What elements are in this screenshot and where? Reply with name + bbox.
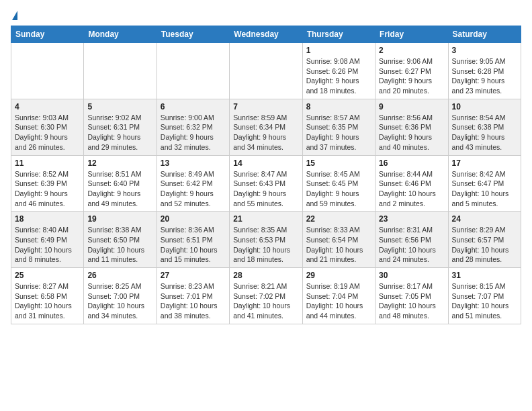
logo-triangle-icon	[12, 11, 17, 20]
calendar-day-cell: 19Sunrise: 8:38 AM Sunset: 6:50 PM Dayli…	[84, 212, 157, 268]
day-info: Sunrise: 8:15 AM Sunset: 7:07 PM Dayligh…	[452, 281, 517, 321]
day-of-week-header: Friday	[375, 26, 448, 43]
day-number: 21	[233, 214, 298, 224]
day-number: 14	[233, 158, 298, 168]
calendar-day-cell: 5Sunrise: 9:02 AM Sunset: 6:31 PM Daylig…	[84, 99, 157, 155]
day-info: Sunrise: 9:03 AM Sunset: 6:30 PM Dayligh…	[15, 113, 80, 152]
day-number: 8	[306, 102, 371, 111]
calendar-week-row: 18Sunrise: 8:40 AM Sunset: 6:49 PM Dayli…	[11, 212, 521, 268]
day-info: Sunrise: 8:19 AM Sunset: 7:04 PM Dayligh…	[306, 281, 371, 321]
day-number: 26	[87, 271, 152, 280]
calendar-header-row: SundayMondayTuesdayWednesdayThursdayFrid…	[11, 26, 521, 43]
day-info: Sunrise: 8:51 AM Sunset: 6:40 PM Dayligh…	[87, 169, 152, 209]
calendar-day-cell: 6Sunrise: 9:00 AM Sunset: 6:32 PM Daylig…	[157, 99, 229, 155]
day-number: 15	[306, 158, 371, 168]
calendar-week-row: 1Sunrise: 9:08 AM Sunset: 6:26 PM Daylig…	[11, 43, 521, 99]
day-number: 22	[306, 214, 371, 224]
calendar-day-cell: 10Sunrise: 8:54 AM Sunset: 6:38 PM Dayli…	[448, 99, 521, 155]
day-number: 17	[452, 158, 517, 168]
calendar-day-cell: 12Sunrise: 8:51 AM Sunset: 6:40 PM Dayli…	[84, 155, 157, 212]
day-number: 23	[379, 214, 444, 224]
calendar-day-cell: 13Sunrise: 8:49 AM Sunset: 6:42 PM Dayli…	[157, 155, 229, 212]
day-info: Sunrise: 8:44 AM Sunset: 6:46 PM Dayligh…	[379, 169, 444, 209]
day-info: Sunrise: 8:33 AM Sunset: 6:54 PM Dayligh…	[306, 225, 371, 265]
calendar-day-cell: 3Sunrise: 9:05 AM Sunset: 6:28 PM Daylig…	[448, 43, 521, 99]
header	[11, 11, 521, 20]
day-info: Sunrise: 8:49 AM Sunset: 6:42 PM Dayligh…	[161, 169, 226, 209]
day-info: Sunrise: 8:27 AM Sunset: 6:58 PM Dayligh…	[15, 281, 80, 321]
calendar-day-cell	[230, 43, 302, 99]
day-number: 3	[452, 46, 517, 55]
day-number: 27	[161, 271, 226, 280]
day-info: Sunrise: 8:31 AM Sunset: 6:56 PM Dayligh…	[379, 225, 444, 265]
day-info: Sunrise: 8:25 AM Sunset: 7:00 PM Dayligh…	[87, 281, 152, 321]
calendar-day-cell: 28Sunrise: 8:21 AM Sunset: 7:02 PM Dayli…	[230, 268, 302, 324]
calendar-day-cell: 26Sunrise: 8:25 AM Sunset: 7:00 PM Dayli…	[84, 268, 157, 324]
calendar-day-cell: 27Sunrise: 8:23 AM Sunset: 7:01 PM Dayli…	[157, 268, 229, 324]
calendar-week-row: 4Sunrise: 9:03 AM Sunset: 6:30 PM Daylig…	[11, 99, 521, 155]
day-info: Sunrise: 9:06 AM Sunset: 6:27 PM Dayligh…	[379, 56, 444, 96]
day-info: Sunrise: 8:40 AM Sunset: 6:49 PM Dayligh…	[15, 225, 80, 265]
calendar-day-cell: 9Sunrise: 8:56 AM Sunset: 6:36 PM Daylig…	[375, 99, 448, 155]
day-number: 11	[15, 158, 80, 168]
day-number: 19	[87, 214, 152, 224]
day-info: Sunrise: 8:54 AM Sunset: 6:38 PM Dayligh…	[452, 113, 517, 152]
day-info: Sunrise: 8:45 AM Sunset: 6:45 PM Dayligh…	[306, 169, 371, 209]
calendar-day-cell: 31Sunrise: 8:15 AM Sunset: 7:07 PM Dayli…	[448, 268, 521, 324]
day-info: Sunrise: 9:05 AM Sunset: 6:28 PM Dayligh…	[452, 56, 517, 96]
calendar-day-cell: 14Sunrise: 8:47 AM Sunset: 6:43 PM Dayli…	[230, 155, 302, 212]
day-number: 29	[306, 271, 371, 280]
calendar-day-cell: 21Sunrise: 8:35 AM Sunset: 6:53 PM Dayli…	[230, 212, 302, 268]
day-info: Sunrise: 8:42 AM Sunset: 6:47 PM Dayligh…	[452, 169, 517, 209]
day-of-week-header: Saturday	[448, 26, 521, 43]
calendar-day-cell: 24Sunrise: 8:29 AM Sunset: 6:57 PM Dayli…	[448, 212, 521, 268]
calendar-week-row: 11Sunrise: 8:52 AM Sunset: 6:39 PM Dayli…	[11, 155, 521, 212]
day-number: 9	[379, 102, 444, 111]
day-number: 13	[161, 158, 226, 168]
calendar-day-cell: 1Sunrise: 9:08 AM Sunset: 6:26 PM Daylig…	[302, 43, 375, 99]
day-info: Sunrise: 8:59 AM Sunset: 6:34 PM Dayligh…	[233, 113, 298, 152]
day-number: 12	[87, 158, 152, 168]
day-number: 25	[15, 271, 80, 280]
calendar-day-cell: 29Sunrise: 8:19 AM Sunset: 7:04 PM Dayli…	[302, 268, 375, 324]
day-info: Sunrise: 8:23 AM Sunset: 7:01 PM Dayligh…	[161, 281, 226, 321]
calendar-day-cell: 17Sunrise: 8:42 AM Sunset: 6:47 PM Dayli…	[448, 155, 521, 212]
calendar-day-cell: 25Sunrise: 8:27 AM Sunset: 6:58 PM Dayli…	[11, 268, 84, 324]
day-number: 28	[233, 271, 298, 280]
calendar-day-cell: 23Sunrise: 8:31 AM Sunset: 6:56 PM Dayli…	[375, 212, 448, 268]
day-info: Sunrise: 8:36 AM Sunset: 6:51 PM Dayligh…	[161, 225, 226, 265]
day-number: 4	[15, 102, 80, 111]
day-info: Sunrise: 8:35 AM Sunset: 6:53 PM Dayligh…	[233, 225, 298, 265]
day-of-week-header: Thursday	[302, 26, 375, 43]
day-info: Sunrise: 8:38 AM Sunset: 6:50 PM Dayligh…	[87, 225, 152, 265]
calendar-day-cell	[84, 43, 157, 99]
day-number: 1	[306, 46, 371, 55]
day-info: Sunrise: 8:21 AM Sunset: 7:02 PM Dayligh…	[233, 281, 298, 321]
day-info: Sunrise: 9:08 AM Sunset: 6:26 PM Dayligh…	[306, 56, 371, 96]
day-info: Sunrise: 8:29 AM Sunset: 6:57 PM Dayligh…	[452, 225, 517, 265]
calendar-day-cell: 7Sunrise: 8:59 AM Sunset: 6:34 PM Daylig…	[230, 99, 302, 155]
day-number: 24	[452, 214, 517, 224]
day-number: 7	[233, 102, 298, 111]
day-number: 20	[161, 214, 226, 224]
day-info: Sunrise: 8:56 AM Sunset: 6:36 PM Dayligh…	[379, 113, 444, 152]
day-number: 10	[452, 102, 517, 111]
day-of-week-header: Monday	[84, 26, 157, 43]
calendar-day-cell: 16Sunrise: 8:44 AM Sunset: 6:46 PM Dayli…	[375, 155, 448, 212]
calendar-day-cell: 8Sunrise: 8:57 AM Sunset: 6:35 PM Daylig…	[302, 99, 375, 155]
logo	[11, 11, 17, 20]
calendar-day-cell: 18Sunrise: 8:40 AM Sunset: 6:49 PM Dayli…	[11, 212, 84, 268]
day-info: Sunrise: 9:00 AM Sunset: 6:32 PM Dayligh…	[161, 113, 226, 152]
calendar-day-cell: 15Sunrise: 8:45 AM Sunset: 6:45 PM Dayli…	[302, 155, 375, 212]
day-info: Sunrise: 8:57 AM Sunset: 6:35 PM Dayligh…	[306, 113, 371, 152]
calendar-day-cell: 20Sunrise: 8:36 AM Sunset: 6:51 PM Dayli…	[157, 212, 229, 268]
day-info: Sunrise: 8:47 AM Sunset: 6:43 PM Dayligh…	[233, 169, 298, 209]
day-number: 18	[15, 214, 80, 224]
day-number: 6	[161, 102, 226, 111]
day-number: 30	[379, 271, 444, 280]
calendar-table: SundayMondayTuesdayWednesdayThursdayFrid…	[11, 26, 521, 324]
day-info: Sunrise: 8:17 AM Sunset: 7:05 PM Dayligh…	[379, 281, 444, 321]
calendar-day-cell: 22Sunrise: 8:33 AM Sunset: 6:54 PM Dayli…	[302, 212, 375, 268]
day-info: Sunrise: 8:52 AM Sunset: 6:39 PM Dayligh…	[15, 169, 80, 209]
day-number: 5	[87, 102, 152, 111]
